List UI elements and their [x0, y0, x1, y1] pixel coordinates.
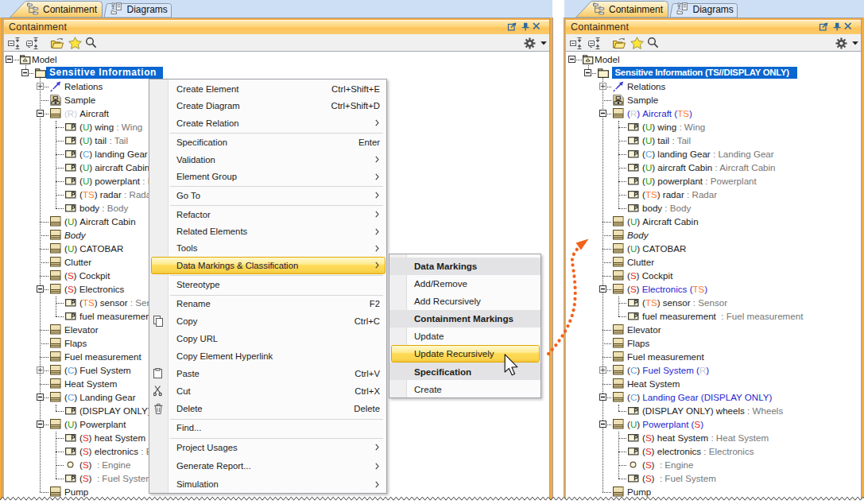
svg-text:Diagrams: Diagrams — [127, 4, 168, 15]
svg-text:Diagrams: Diagrams — [693, 4, 734, 15]
svg-text:Containment: Containment — [609, 4, 664, 15]
svg-text:Containment: Containment — [43, 4, 98, 15]
